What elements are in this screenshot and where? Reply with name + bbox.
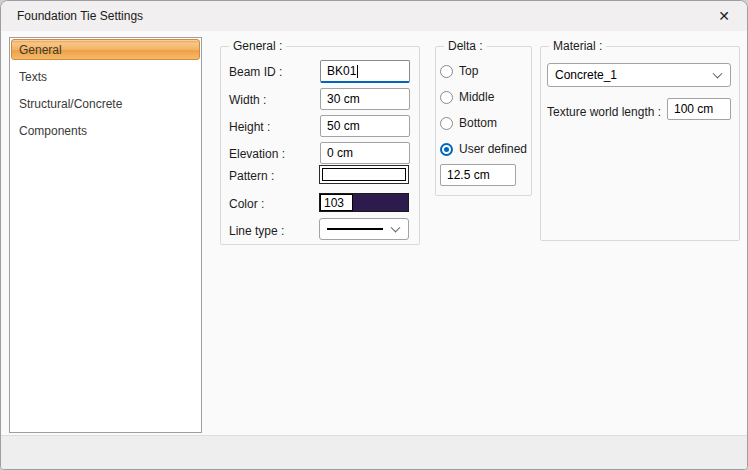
texture-world-length-label: Texture world length : bbox=[547, 105, 661, 119]
sidebar-item-label: Components bbox=[19, 124, 87, 138]
height-input[interactable]: 50 cm bbox=[320, 115, 410, 137]
close-icon[interactable]: ✕ bbox=[713, 6, 735, 26]
titlebar: Foundation Tie Settings ✕ bbox=[1, 1, 747, 31]
width-label: Width : bbox=[229, 93, 266, 107]
beam-id-label: Beam ID : bbox=[229, 65, 282, 79]
general-group-title: General : bbox=[229, 39, 286, 53]
line-type-label: Line type : bbox=[229, 224, 284, 238]
delta-group: Delta : Top Middle Bottom User defined 1… bbox=[435, 46, 532, 196]
elevation-value: 0 cm bbox=[327, 146, 353, 160]
width-value: 30 cm bbox=[327, 92, 360, 106]
dialog-title: Foundation Tie Settings bbox=[17, 1, 143, 31]
radio-label: Top bbox=[459, 64, 478, 78]
beam-id-input[interactable]: BK01 bbox=[320, 60, 410, 83]
line-type-dropdown[interactable] bbox=[319, 218, 409, 240]
radio-label: Middle bbox=[459, 90, 494, 104]
sidebar-item-label: General bbox=[19, 43, 62, 57]
elevation-input[interactable]: 0 cm bbox=[320, 142, 410, 164]
text-caret bbox=[357, 65, 358, 78]
solid-line-sample bbox=[327, 228, 383, 230]
color-label: Color : bbox=[229, 197, 264, 211]
pattern-button[interactable] bbox=[319, 165, 409, 184]
delta-value: 12.5 cm bbox=[447, 168, 490, 182]
color-number: 103 bbox=[320, 194, 353, 211]
beam-id-value: BK01 bbox=[327, 64, 356, 78]
color-button[interactable]: 103 bbox=[319, 193, 409, 212]
sidebar-item-components[interactable]: Components bbox=[11, 120, 200, 141]
sidebar-item-label: Structural/Concrete bbox=[19, 97, 122, 111]
radio-icon bbox=[440, 91, 453, 104]
height-label: Height : bbox=[229, 120, 270, 134]
radio-selected-icon bbox=[440, 143, 453, 156]
height-value: 50 cm bbox=[327, 119, 360, 133]
radio-label: Bottom bbox=[459, 116, 497, 130]
texture-world-length-value: 100 cm bbox=[674, 102, 713, 116]
footer-bar: Favorites... OK Cancel bbox=[1, 435, 747, 470]
chevron-down-icon bbox=[713, 69, 723, 79]
radio-top[interactable]: Top bbox=[440, 64, 478, 78]
radio-icon bbox=[440, 117, 453, 130]
radio-icon bbox=[440, 65, 453, 78]
delta-group-title: Delta : bbox=[444, 39, 487, 53]
material-group-title: Material : bbox=[549, 39, 606, 53]
pattern-label: Pattern : bbox=[229, 169, 274, 183]
width-input[interactable]: 30 cm bbox=[320, 88, 410, 110]
sidebar-item-texts[interactable]: Texts bbox=[11, 66, 200, 87]
sidebar-item-structural-concrete[interactable]: Structural/Concrete bbox=[11, 93, 200, 114]
material-group: Material : Concrete_1 Texture world leng… bbox=[540, 46, 740, 241]
foundation-tie-settings-dialog: Foundation Tie Settings ✕ General Texts … bbox=[0, 0, 748, 470]
sidebar-item-label: Texts bbox=[19, 70, 47, 84]
delta-value-input[interactable]: 12.5 cm bbox=[440, 164, 516, 186]
material-selected-value: Concrete_1 bbox=[555, 68, 617, 82]
radio-bottom[interactable]: Bottom bbox=[440, 116, 497, 130]
radio-label: User defined bbox=[459, 142, 527, 156]
radio-user-defined[interactable]: User defined bbox=[440, 142, 527, 156]
sidebar-item-general[interactable]: General bbox=[11, 39, 200, 60]
radio-middle[interactable]: Middle bbox=[440, 90, 494, 104]
category-list: General Texts Structural/Concrete Compon… bbox=[9, 37, 202, 433]
general-group: General : Beam ID : BK01 Width : 30 cm H… bbox=[220, 46, 420, 245]
color-swatch bbox=[353, 194, 408, 211]
material-dropdown[interactable]: Concrete_1 bbox=[547, 63, 731, 87]
elevation-label: Elevation : bbox=[229, 147, 285, 161]
chevron-down-icon bbox=[391, 223, 401, 233]
pattern-swatch bbox=[322, 168, 406, 181]
texture-world-length-input[interactable]: 100 cm bbox=[667, 98, 731, 120]
